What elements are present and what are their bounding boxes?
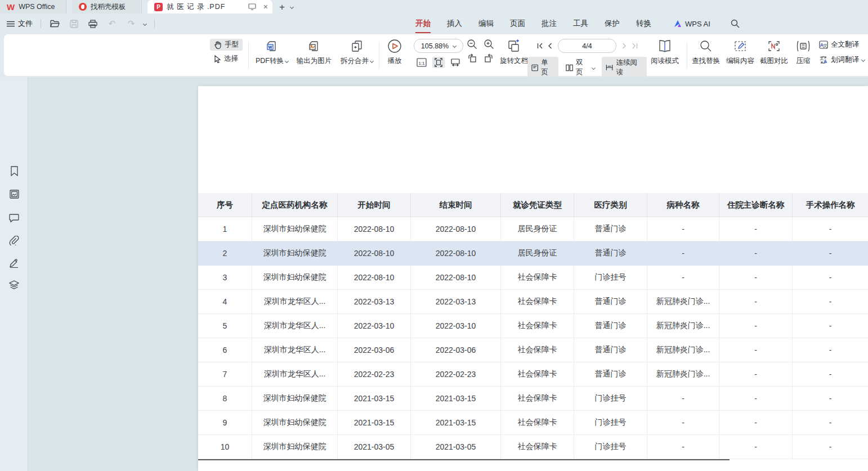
screenshot-compare-button[interactable]: 截图对比 xyxy=(758,39,790,66)
export-image-button[interactable]: 输出为图片 xyxy=(293,39,335,66)
table-cell: 深圳市妇幼保健院 xyxy=(252,241,338,266)
close-tab-icon[interactable]: × xyxy=(263,2,268,11)
previous-page-button[interactable] xyxy=(545,41,554,52)
hamburger-icon xyxy=(7,21,15,27)
menu-item[interactable]: 插入 xyxy=(447,19,462,29)
hand-tool-button[interactable]: 手型 xyxy=(210,39,243,51)
table-cell: - xyxy=(793,411,868,435)
svg-text:文: 文 xyxy=(820,56,824,61)
actual-size-button[interactable]: 1:1 xyxy=(415,57,428,68)
new-tab-button[interactable]: + xyxy=(279,2,285,12)
zoom-out-icon[interactable] xyxy=(467,39,477,50)
table-cell: 深圳市妇幼保健院 xyxy=(252,411,338,435)
continuous-reading-button[interactable]: 连续阅读 xyxy=(602,57,647,78)
fit-width-button[interactable] xyxy=(449,57,462,68)
split-merge-label: 拆分合并 xyxy=(341,56,369,66)
double-page-view-button[interactable]: 双页 xyxy=(562,57,598,78)
select-tool-button[interactable]: 选择 xyxy=(210,53,242,65)
menu-bar: 文件 ↶ ↷ 开始插入编辑页面批注工具保护转换 WPS AI xyxy=(0,14,868,34)
zoom-level-select[interactable]: 105.88% xyxy=(414,39,463,53)
monitor-icon[interactable] xyxy=(248,3,256,10)
wps-ai-logo-icon xyxy=(673,20,682,28)
word-translate-button[interactable]: A文 划词翻译 xyxy=(819,54,868,66)
single-page-view-button[interactable]: 单页 xyxy=(527,57,558,78)
full-text-translate-label: 全文翻译 xyxy=(831,40,859,50)
table-cell: - xyxy=(719,266,793,290)
column-header: 病种名称 xyxy=(647,193,719,217)
table-cell: 新冠肺炎门诊... xyxy=(647,290,719,314)
file-menu-label: 文件 xyxy=(18,19,33,29)
comment-icon[interactable] xyxy=(7,211,21,225)
table-cell: - xyxy=(719,290,793,314)
pdf-file-icon: P xyxy=(154,3,163,11)
rotate-document-label: 旋转文档 xyxy=(500,56,528,66)
rotate-left-icon[interactable] xyxy=(467,53,477,62)
export-image-label: 输出为图片 xyxy=(297,56,332,66)
menu-item[interactable]: 保护 xyxy=(605,19,620,29)
open-file-icon[interactable] xyxy=(49,18,60,29)
zoom-in-icon[interactable] xyxy=(484,39,494,50)
undo-icon[interactable]: ↶ xyxy=(106,18,118,29)
rotate-right-icon[interactable] xyxy=(484,53,494,62)
table-row: 3深圳市妇幼保健院2022-08-102022-08-10社会保障卡门诊挂号--… xyxy=(198,266,868,290)
last-page-button[interactable] xyxy=(630,41,639,52)
table-cell: - xyxy=(719,411,793,435)
tab-docer-templates[interactable]: 找稻壳模板 xyxy=(72,0,142,14)
pdf-convert-button[interactable]: PDF转换 xyxy=(252,39,292,66)
table-cell: 2022-03-13 xyxy=(411,290,501,314)
play-button[interactable]: 播放 xyxy=(382,39,407,66)
fit-page-button[interactable] xyxy=(432,57,445,68)
menu-item[interactable]: 开始 xyxy=(415,19,431,29)
signature-pen-icon[interactable] xyxy=(7,256,21,270)
chevron-down-icon xyxy=(285,59,289,63)
pdf-page[interactable]: 序号定点医药机构名称开始时间结束时间就诊凭证类型医疗类别病种名称住院主诊断名称手… xyxy=(198,86,868,471)
full-text-translate-button[interactable]: A文 全文翻译 xyxy=(819,39,863,51)
table-cell: 2022-02-23 xyxy=(338,362,411,387)
book-icon xyxy=(658,39,672,53)
table-cell: 社会保障卡 xyxy=(501,338,574,362)
table-cell: 2021-03-15 xyxy=(411,411,501,435)
window-tab-bar: W WPS Office 找稻壳模板 P 就 医 记 录 .PDF × + xyxy=(0,0,868,14)
table-cell: - xyxy=(719,241,793,266)
file-menu-button[interactable]: 文件 xyxy=(7,19,33,29)
tab-wps-home[interactable]: W WPS Office xyxy=(0,0,66,14)
find-replace-button[interactable]: 查找替换 xyxy=(690,39,722,66)
wps-ai-button[interactable]: WPS AI xyxy=(673,20,710,28)
table-cell: 2022-03-10 xyxy=(338,314,411,338)
menu-item[interactable]: 转换 xyxy=(636,19,651,29)
split-merge-button[interactable]: 拆分合并 xyxy=(336,39,378,66)
page-number-input[interactable]: 4/4 xyxy=(558,39,616,53)
tab-list-chevron-icon[interactable] xyxy=(290,5,294,8)
menu-item[interactable]: 工具 xyxy=(573,19,588,29)
table-cell: 社会保障卡 xyxy=(501,314,574,338)
medical-records-table: 序号定点医药机构名称开始时间结束时间就诊凭证类型医疗类别病种名称住院主诊断名称手… xyxy=(198,193,868,459)
table-cell: 新冠肺炎门诊... xyxy=(647,362,719,387)
quick-access-chevron-icon[interactable] xyxy=(143,21,147,25)
layers-icon[interactable] xyxy=(7,278,21,291)
table-cell: 2022-03-13 xyxy=(338,290,411,314)
docer-logo-icon xyxy=(79,3,87,11)
table-cell: 2022-03-06 xyxy=(338,338,411,362)
print-icon[interactable] xyxy=(87,18,99,29)
table-cell: 深圳市妇幼保健院 xyxy=(252,266,338,290)
edit-content-button[interactable]: 编辑内容 xyxy=(724,39,757,66)
first-page-button[interactable] xyxy=(535,41,544,52)
attachment-icon[interactable] xyxy=(7,234,21,247)
table-cell: - xyxy=(793,314,868,338)
table-bottom-border xyxy=(198,459,730,460)
select-tool-label: 选择 xyxy=(224,54,238,64)
hand-tool-label: 手型 xyxy=(225,40,239,50)
menu-item[interactable]: 页面 xyxy=(510,19,525,29)
save-icon[interactable] xyxy=(68,18,79,29)
search-icon[interactable] xyxy=(730,18,741,29)
menu-item[interactable]: 批注 xyxy=(542,19,557,29)
redo-icon[interactable]: ↷ xyxy=(126,18,137,29)
next-page-button[interactable] xyxy=(620,41,629,52)
column-header: 序号 xyxy=(198,193,252,217)
compress-button[interactable]: 压缩 xyxy=(791,39,815,66)
bookmark-icon[interactable] xyxy=(7,164,21,178)
thumbnail-icon[interactable] xyxy=(7,187,21,201)
read-mode-button[interactable]: 阅读模式 xyxy=(647,39,682,66)
tab-document-pdf[interactable]: P 就 医 记 录 .PDF × xyxy=(147,0,272,14)
menu-item[interactable]: 编辑 xyxy=(478,19,494,29)
